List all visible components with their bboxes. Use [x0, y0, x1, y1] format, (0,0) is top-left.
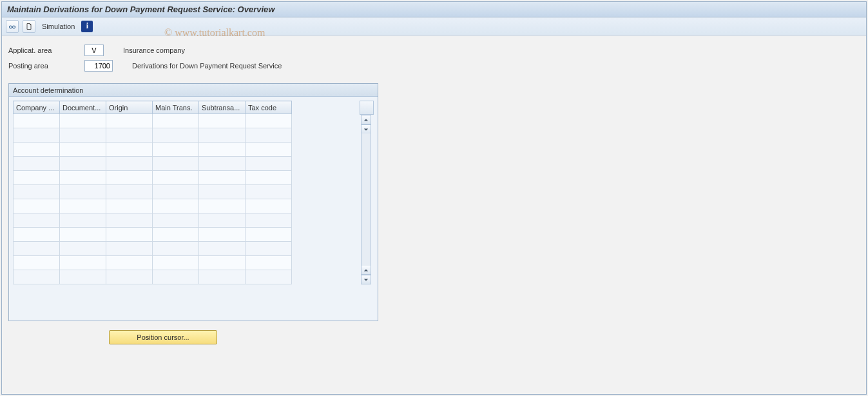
table-cell[interactable] [60, 185, 106, 199]
table-cell[interactable] [106, 185, 153, 199]
table-cell[interactable] [199, 213, 246, 228]
table-row[interactable] [14, 199, 292, 213]
table-cell[interactable] [153, 256, 199, 270]
table-cell[interactable] [199, 114, 246, 128]
table-cell[interactable] [14, 143, 60, 157]
table-cell[interactable] [106, 270, 153, 284]
table-cell[interactable] [246, 185, 292, 199]
scroll-down-button[interactable] [362, 124, 371, 134]
table-cell[interactable] [14, 128, 60, 143]
table-row[interactable] [14, 143, 292, 157]
table-cell[interactable] [60, 171, 106, 185]
col-origin[interactable]: Origin [106, 101, 153, 114]
table-cell[interactable] [246, 228, 292, 242]
vertical-scrollbar[interactable] [361, 115, 371, 284]
scroll-up2-button[interactable] [362, 266, 371, 275]
table-cell[interactable] [199, 256, 246, 270]
table-cell[interactable] [199, 228, 246, 242]
table-cell[interactable] [199, 242, 246, 256]
col-main[interactable]: Main Trans. [153, 101, 199, 114]
table-cell[interactable] [199, 143, 246, 157]
table-cell[interactable] [14, 199, 60, 213]
table-cell[interactable] [153, 270, 199, 284]
table-cell[interactable] [14, 228, 60, 242]
table-cell[interactable] [199, 270, 246, 284]
table-cell[interactable] [246, 157, 292, 171]
table-cell[interactable] [60, 213, 106, 228]
table-cell[interactable] [14, 270, 60, 284]
table-cell[interactable] [199, 199, 246, 213]
table-cell[interactable] [60, 143, 106, 157]
table-cell[interactable] [246, 270, 292, 284]
table-row[interactable] [14, 228, 292, 242]
table-cell[interactable] [246, 242, 292, 256]
table-cell[interactable] [153, 242, 199, 256]
table-row[interactable] [14, 171, 292, 185]
table-cell[interactable] [153, 171, 199, 185]
table-cell[interactable] [246, 143, 292, 157]
table-cell[interactable] [106, 128, 153, 143]
table-cell[interactable] [246, 256, 292, 270]
col-tax[interactable]: Tax code [246, 101, 292, 114]
table-cell[interactable] [153, 157, 199, 171]
scroll-up-button[interactable] [362, 115, 371, 124]
table-cell[interactable] [153, 185, 199, 199]
table-cell[interactable] [60, 199, 106, 213]
table-cell[interactable] [14, 242, 60, 256]
table-row[interactable] [14, 213, 292, 228]
table-cell[interactable] [199, 185, 246, 199]
table-row[interactable] [14, 270, 292, 284]
table-cell[interactable] [153, 213, 199, 228]
col-sub[interactable]: Subtransa... [199, 101, 246, 114]
table-cell[interactable] [60, 270, 106, 284]
table-cell[interactable] [14, 256, 60, 270]
table-cell[interactable] [60, 242, 106, 256]
select-all-box[interactable] [360, 101, 374, 115]
table-cell[interactable] [106, 199, 153, 213]
table-cell[interactable] [246, 171, 292, 185]
table-cell[interactable] [14, 213, 60, 228]
table-cell[interactable] [246, 114, 292, 128]
table-cell[interactable] [246, 128, 292, 143]
table-cell[interactable] [106, 143, 153, 157]
table-row[interactable] [14, 157, 292, 171]
table-cell[interactable] [153, 114, 199, 128]
new-button[interactable] [23, 20, 35, 33]
info-button[interactable]: i [81, 21, 93, 32]
table-cell[interactable] [199, 128, 246, 143]
table-cell[interactable] [106, 171, 153, 185]
table-cell[interactable] [14, 171, 60, 185]
table-cell[interactable] [106, 157, 153, 171]
table-cell[interactable] [60, 256, 106, 270]
table-cell[interactable] [60, 157, 106, 171]
table-cell[interactable] [106, 228, 153, 242]
table-row[interactable] [14, 128, 292, 143]
table-cell[interactable] [153, 128, 199, 143]
scroll-down2-button[interactable] [362, 275, 371, 284]
table-cell[interactable] [199, 171, 246, 185]
table-cell[interactable] [14, 185, 60, 199]
table-cell[interactable] [153, 199, 199, 213]
table-cell[interactable] [14, 157, 60, 171]
table-cell[interactable] [60, 114, 106, 128]
table-cell[interactable] [199, 157, 246, 171]
table-cell[interactable] [246, 213, 292, 228]
table-row[interactable] [14, 256, 292, 270]
col-company[interactable]: Company ... [14, 101, 60, 114]
table-cell[interactable] [106, 242, 153, 256]
table-cell[interactable] [14, 114, 60, 128]
applicat-input[interactable] [84, 45, 104, 56]
posting-input[interactable] [84, 60, 113, 72]
table-row[interactable] [14, 242, 292, 256]
table-cell[interactable] [153, 228, 199, 242]
table-cell[interactable] [106, 114, 153, 128]
data-table[interactable]: Company ... Document... Origin Main Tran… [13, 101, 292, 284]
table-cell[interactable] [153, 143, 199, 157]
glasses-button[interactable] [6, 20, 19, 33]
table-cell[interactable] [60, 128, 106, 143]
simulation-button[interactable]: Simulation [39, 23, 77, 30]
position-cursor-button[interactable]: Position cursor... [109, 330, 217, 344]
table-row[interactable] [14, 185, 292, 199]
table-cell[interactable] [246, 199, 292, 213]
col-document[interactable]: Document... [60, 101, 106, 114]
